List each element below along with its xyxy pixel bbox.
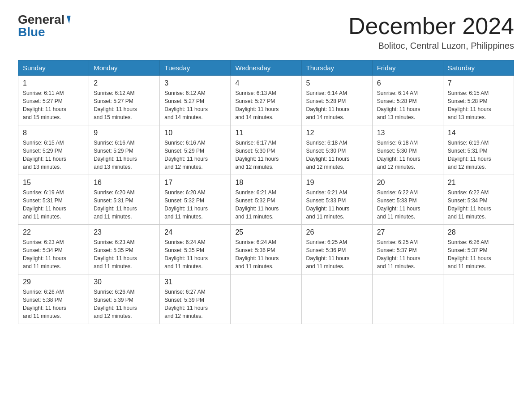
month-year-title: December 2024 <box>348 13 514 39</box>
day-number: 27 <box>377 228 438 236</box>
day-number: 16 <box>94 179 155 187</box>
location-subtitle: Bolitoc, Central Luzon, Philippines <box>348 41 514 51</box>
calendar-cell: 20 Sunrise: 6:22 AM Sunset: 5:33 PM Dayl… <box>372 175 443 225</box>
header-wednesday: Wednesday <box>231 60 301 76</box>
day-number: 6 <box>377 79 438 87</box>
calendar-cell <box>301 274 372 324</box>
calendar-cell: 23 Sunrise: 6:23 AM Sunset: 5:35 PM Dayl… <box>89 225 160 274</box>
day-number: 11 <box>235 129 296 137</box>
calendar-cell: 5 Sunrise: 6:14 AM Sunset: 5:28 PM Dayli… <box>301 76 372 125</box>
calendar-cell: 27 Sunrise: 6:25 AM Sunset: 5:37 PM Dayl… <box>372 225 443 274</box>
day-number: 21 <box>448 179 509 187</box>
logo-blue-text: Blue <box>18 26 45 39</box>
day-number: 30 <box>94 278 155 286</box>
week-row-2: 8 Sunrise: 6:15 AM Sunset: 5:29 PM Dayli… <box>18 125 514 175</box>
calendar-cell: 24 Sunrise: 6:24 AM Sunset: 5:35 PM Dayl… <box>160 225 231 274</box>
day-info: Sunrise: 6:17 AM Sunset: 5:30 PM Dayligh… <box>235 139 296 171</box>
day-info: Sunrise: 6:19 AM Sunset: 5:31 PM Dayligh… <box>23 188 84 221</box>
day-info: Sunrise: 6:20 AM Sunset: 5:32 PM Dayligh… <box>164 188 226 221</box>
calendar-cell: 15 Sunrise: 6:19 AM Sunset: 5:31 PM Dayl… <box>18 175 89 225</box>
page-header: General Blue December 2024 Bolitoc, Cent… <box>18 13 514 51</box>
calendar-cell: 28 Sunrise: 6:26 AM Sunset: 5:37 PM Dayl… <box>443 225 514 274</box>
calendar-cell: 30 Sunrise: 6:26 AM Sunset: 5:39 PM Dayl… <box>89 274 160 324</box>
day-number: 1 <box>23 79 84 87</box>
day-number: 29 <box>23 278 84 286</box>
day-info: Sunrise: 6:23 AM Sunset: 5:35 PM Dayligh… <box>94 238 155 270</box>
week-row-5: 29 Sunrise: 6:26 AM Sunset: 5:38 PM Dayl… <box>18 274 514 324</box>
calendar-cell: 12 Sunrise: 6:18 AM Sunset: 5:30 PM Dayl… <box>301 125 372 175</box>
calendar-cell: 21 Sunrise: 6:22 AM Sunset: 5:34 PM Dayl… <box>443 175 514 225</box>
day-number: 10 <box>164 129 226 137</box>
day-number: 13 <box>377 129 438 137</box>
day-info: Sunrise: 6:14 AM Sunset: 5:28 PM Dayligh… <box>377 89 438 121</box>
calendar-cell: 3 Sunrise: 6:12 AM Sunset: 5:27 PM Dayli… <box>160 76 231 125</box>
header-friday: Friday <box>372 60 443 76</box>
day-info: Sunrise: 6:18 AM Sunset: 5:30 PM Dayligh… <box>377 139 438 171</box>
day-info: Sunrise: 6:18 AM Sunset: 5:30 PM Dayligh… <box>306 139 368 171</box>
day-info: Sunrise: 6:22 AM Sunset: 5:33 PM Dayligh… <box>377 188 438 221</box>
calendar-cell <box>372 274 443 324</box>
day-number: 5 <box>306 79 368 87</box>
day-number: 31 <box>164 278 226 286</box>
calendar-cell: 31 Sunrise: 6:27 AM Sunset: 5:39 PM Dayl… <box>160 274 231 324</box>
header-sunday: Sunday <box>18 60 89 76</box>
day-info: Sunrise: 6:16 AM Sunset: 5:29 PM Dayligh… <box>164 139 226 171</box>
calendar-cell: 7 Sunrise: 6:15 AM Sunset: 5:28 PM Dayli… <box>443 76 514 125</box>
day-info: Sunrise: 6:15 AM Sunset: 5:28 PM Dayligh… <box>448 89 509 121</box>
day-info: Sunrise: 6:21 AM Sunset: 5:32 PM Dayligh… <box>235 188 296 221</box>
week-row-1: 1 Sunrise: 6:11 AM Sunset: 5:27 PM Dayli… <box>18 76 514 125</box>
calendar-cell: 10 Sunrise: 6:16 AM Sunset: 5:29 PM Dayl… <box>160 125 231 175</box>
calendar-cell: 11 Sunrise: 6:17 AM Sunset: 5:30 PM Dayl… <box>231 125 301 175</box>
day-info: Sunrise: 6:21 AM Sunset: 5:33 PM Dayligh… <box>306 188 368 221</box>
header-tuesday: Tuesday <box>160 60 231 76</box>
day-info: Sunrise: 6:26 AM Sunset: 5:37 PM Dayligh… <box>448 238 509 270</box>
calendar-cell: 9 Sunrise: 6:16 AM Sunset: 5:29 PM Dayli… <box>89 125 160 175</box>
calendar-cell: 8 Sunrise: 6:15 AM Sunset: 5:29 PM Dayli… <box>18 125 89 175</box>
day-info: Sunrise: 6:22 AM Sunset: 5:34 PM Dayligh… <box>448 188 509 221</box>
day-number: 28 <box>448 228 509 236</box>
calendar-cell: 29 Sunrise: 6:26 AM Sunset: 5:38 PM Dayl… <box>18 274 89 324</box>
calendar-cell: 4 Sunrise: 6:13 AM Sunset: 5:27 PM Dayli… <box>231 76 301 125</box>
calendar-cell: 22 Sunrise: 6:23 AM Sunset: 5:34 PM Dayl… <box>18 225 89 274</box>
day-info: Sunrise: 6:12 AM Sunset: 5:27 PM Dayligh… <box>94 89 155 121</box>
day-info: Sunrise: 6:24 AM Sunset: 5:36 PM Dayligh… <box>235 238 296 270</box>
calendar-cell: 13 Sunrise: 6:18 AM Sunset: 5:30 PM Dayl… <box>372 125 443 175</box>
calendar-cell: 14 Sunrise: 6:19 AM Sunset: 5:31 PM Dayl… <box>443 125 514 175</box>
header-saturday: Saturday <box>443 60 514 76</box>
day-info: Sunrise: 6:13 AM Sunset: 5:27 PM Dayligh… <box>235 89 296 121</box>
day-info: Sunrise: 6:26 AM Sunset: 5:38 PM Dayligh… <box>23 288 84 320</box>
day-number: 18 <box>235 179 296 187</box>
day-info: Sunrise: 6:14 AM Sunset: 5:28 PM Dayligh… <box>306 89 368 121</box>
day-info: Sunrise: 6:20 AM Sunset: 5:31 PM Dayligh… <box>94 188 155 221</box>
calendar-cell: 18 Sunrise: 6:21 AM Sunset: 5:32 PM Dayl… <box>231 175 301 225</box>
header-monday: Monday <box>89 60 160 76</box>
week-row-4: 22 Sunrise: 6:23 AM Sunset: 5:34 PM Dayl… <box>18 225 514 274</box>
logo-arrow-icon <box>65 16 71 24</box>
calendar-cell: 6 Sunrise: 6:14 AM Sunset: 5:28 PM Dayli… <box>372 76 443 125</box>
day-info: Sunrise: 6:16 AM Sunset: 5:29 PM Dayligh… <box>94 139 155 171</box>
day-info: Sunrise: 6:26 AM Sunset: 5:39 PM Dayligh… <box>94 288 155 320</box>
day-number: 9 <box>94 129 155 137</box>
calendar-cell: 2 Sunrise: 6:12 AM Sunset: 5:27 PM Dayli… <box>89 76 160 125</box>
calendar-cell <box>443 274 514 324</box>
calendar-cell: 17 Sunrise: 6:20 AM Sunset: 5:32 PM Dayl… <box>160 175 231 225</box>
day-number: 4 <box>235 79 296 87</box>
calendar-table: Sunday Monday Tuesday Wednesday Thursday… <box>18 60 514 324</box>
day-info: Sunrise: 6:24 AM Sunset: 5:35 PM Dayligh… <box>164 238 226 270</box>
day-number: 20 <box>377 179 438 187</box>
day-number: 2 <box>94 79 155 87</box>
calendar-cell: 1 Sunrise: 6:11 AM Sunset: 5:27 PM Dayli… <box>18 76 89 125</box>
week-row-3: 15 Sunrise: 6:19 AM Sunset: 5:31 PM Dayl… <box>18 175 514 225</box>
day-number: 8 <box>23 129 84 137</box>
day-info: Sunrise: 6:27 AM Sunset: 5:39 PM Dayligh… <box>164 288 226 320</box>
calendar-cell: 16 Sunrise: 6:20 AM Sunset: 5:31 PM Dayl… <box>89 175 160 225</box>
day-number: 7 <box>448 79 509 87</box>
calendar-cell: 19 Sunrise: 6:21 AM Sunset: 5:33 PM Dayl… <box>301 175 372 225</box>
day-info: Sunrise: 6:15 AM Sunset: 5:29 PM Dayligh… <box>23 139 84 171</box>
title-block: December 2024 Bolitoc, Central Luzon, Ph… <box>348 13 514 51</box>
logo-general-text: General <box>18 13 64 26</box>
day-number: 23 <box>94 228 155 236</box>
header-thursday: Thursday <box>301 60 372 76</box>
day-number: 22 <box>23 228 84 236</box>
day-number: 15 <box>23 179 84 187</box>
